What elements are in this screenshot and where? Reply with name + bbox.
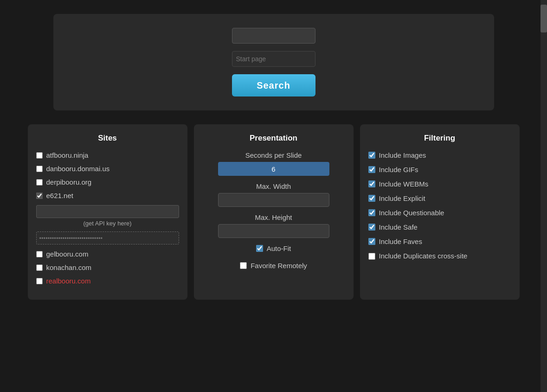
include-duplicates-label: Include Duplicates cross-site: [379, 252, 468, 260]
include-explicit-checkbox[interactable]: [368, 195, 375, 202]
include-webms-checkbox[interactable]: [368, 180, 375, 187]
search-startpage-input[interactable]: [232, 51, 315, 67]
include-duplicates-checkbox[interactable]: [368, 253, 375, 260]
include-safe-checkbox[interactable]: [368, 224, 375, 231]
include-gifs-checkbox[interactable]: [368, 166, 375, 173]
include-safe-label: Include Safe: [379, 223, 418, 231]
search-text-input[interactable]: [232, 28, 315, 44]
site-checkbox-e621[interactable]: [36, 193, 43, 199]
e621-api-key-input[interactable]: [36, 205, 179, 218]
include-questionable-label: Include Questionable: [379, 209, 444, 217]
auto-fit-row: Auto-Fit: [256, 244, 291, 252]
site-label-danbooru: danbooru.donmai.us: [46, 165, 110, 173]
include-images-label: Include Images: [379, 151, 426, 159]
include-webms-label: Include WEBMs: [379, 180, 429, 188]
site-label-derpibooru: derpibooru.org: [46, 178, 92, 186]
include-questionable-checkbox[interactable]: [368, 209, 375, 216]
e621-api-password-input[interactable]: [36, 231, 179, 244]
max-width-input[interactable]: [218, 193, 329, 207]
site-checkbox-derpibooru[interactable]: [36, 179, 43, 186]
site-label-gelbooru: gelbooru.com: [46, 250, 89, 258]
site-label-e621: e621.net: [46, 192, 73, 199]
site-label-konachan: konachan.com: [46, 263, 92, 271]
filter-row-include-gifs: Include GIFs: [368, 166, 511, 174]
seconds-per-slide-row: Seconds per Slide: [202, 151, 345, 176]
filter-row-include-questionable: Include Questionable: [368, 209, 511, 217]
seconds-per-slide-input[interactable]: [218, 162, 329, 176]
max-width-label: Max. Width: [256, 182, 291, 190]
filter-row-include-images: Include Images: [368, 151, 511, 159]
sites-title: Sites: [36, 134, 179, 143]
include-gifs-label: Include GIFs: [379, 166, 418, 174]
favorite-remotely-label: Favorite Remotely: [251, 262, 307, 270]
filtering-title: Filtering: [368, 134, 511, 143]
site-row-danbooru: danbooru.donmai.us: [36, 165, 179, 173]
favorite-remotely-row: Favorite Remotely: [240, 262, 307, 270]
columns-wrapper: Sites atfbooru.ninja danbooru.donmai.us …: [28, 124, 520, 300]
site-row-realbooru: realbooru.com: [36, 277, 179, 285]
filter-row-include-safe: Include Safe: [368, 223, 511, 231]
site-row-atfbooru: atfbooru.ninja: [36, 151, 179, 159]
max-height-input[interactable]: [218, 224, 329, 238]
site-label-realbooru[interactable]: realbooru.com: [46, 277, 91, 285]
scrollbar-thumb[interactable]: [541, 5, 547, 32]
search-panel: Search: [53, 14, 494, 110]
presentation-title: Presentation: [202, 134, 345, 143]
site-checkbox-konachan[interactable]: [36, 264, 43, 271]
site-checkbox-realbooru[interactable]: [36, 278, 43, 284]
include-explicit-label: Include Explicit: [379, 194, 425, 202]
filter-row-include-explicit: Include Explicit: [368, 194, 511, 202]
site-row-konachan: konachan.com: [36, 263, 179, 271]
max-width-row: Max. Width: [202, 182, 345, 207]
auto-fit-checkbox[interactable]: [256, 245, 263, 252]
site-checkbox-danbooru[interactable]: [36, 166, 43, 172]
site-row-e621: e621.net: [36, 192, 179, 199]
filter-row-include-webms: Include WEBMs: [368, 180, 511, 188]
site-checkbox-gelbooru[interactable]: [36, 251, 43, 257]
site-row-derpibooru: derpibooru.org: [36, 178, 179, 186]
scrollbar[interactable]: [541, 0, 547, 392]
api-key-link[interactable]: (get API key here): [36, 220, 179, 227]
include-images-checkbox[interactable]: [368, 152, 375, 159]
include-faves-checkbox[interactable]: [368, 238, 375, 245]
filtering-panel: Filtering Include Images Include GIFs In…: [360, 124, 520, 300]
site-label-atfbooru: atfbooru.ninja: [46, 151, 89, 159]
search-button[interactable]: Search: [232, 74, 315, 96]
site-row-gelbooru: gelbooru.com: [36, 250, 179, 258]
auto-fit-label: Auto-Fit: [267, 244, 291, 252]
filter-row-include-faves: Include Faves: [368, 238, 511, 245]
presentation-panel: Presentation Seconds per Slide Max. Widt…: [194, 124, 354, 300]
include-faves-label: Include Faves: [379, 238, 422, 245]
max-height-row: Max. Height: [202, 213, 345, 238]
favorite-remotely-checkbox[interactable]: [240, 262, 247, 269]
filter-row-include-duplicates: Include Duplicates cross-site: [368, 252, 511, 260]
site-checkbox-atfbooru[interactable]: [36, 152, 43, 159]
sites-panel: Sites atfbooru.ninja danbooru.donmai.us …: [28, 124, 187, 300]
max-height-label: Max. Height: [255, 213, 292, 221]
seconds-per-slide-label: Seconds per Slide: [245, 151, 302, 159]
